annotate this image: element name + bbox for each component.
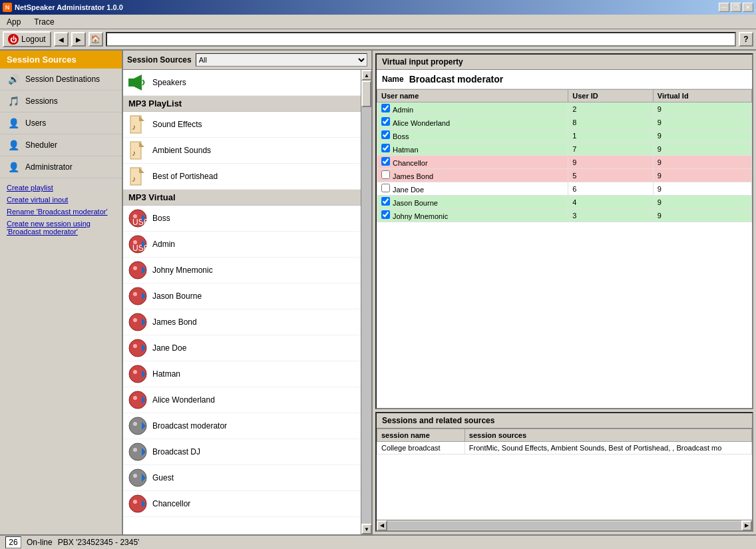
scroll-down-button[interactable]: ▼ xyxy=(361,524,371,534)
vip-col-username: User name xyxy=(377,90,568,102)
sidebar-item-session-destinations[interactable]: 🔊 Session Destinations xyxy=(0,69,122,91)
table-row[interactable]: Hatman79 xyxy=(377,142,752,156)
virtual-james-item[interactable]: James Bond xyxy=(123,309,361,335)
logout-button[interactable]: ⏻ Logout xyxy=(3,31,51,47)
virtual-icon-alice xyxy=(128,391,147,409)
virtual-boss-item[interactable]: USER Boss xyxy=(123,206,361,232)
sidebar-item-sheduler[interactable]: 👤 Sheduler xyxy=(0,134,122,156)
vip-name-row: Name Broadcast moderator xyxy=(377,70,752,89)
virtual-icon-admin: USER xyxy=(128,235,147,254)
user-checkbox-6[interactable] xyxy=(381,184,390,192)
ambient-sounds-label: Ambient Sounds xyxy=(152,146,211,155)
user-checkbox-4[interactable] xyxy=(381,157,390,166)
center-scrollbar[interactable]: ▲ ▼ xyxy=(361,70,371,534)
sidebar-label-users: Users xyxy=(25,118,46,128)
window-controls: — ❐ ✕ xyxy=(719,3,753,12)
filter-select[interactable]: All xyxy=(196,53,367,67)
virtual-jason-item[interactable]: Jason Bourne xyxy=(123,283,361,309)
create-playlist-link[interactable]: Create playlist xyxy=(7,184,115,192)
table-row[interactable]: Boss19 xyxy=(377,129,752,142)
speakers-item[interactable]: Speakers xyxy=(123,70,361,96)
main-layout: Session Sources 🔊 Session Destinations 🎵… xyxy=(0,51,756,534)
table-row[interactable]: Admin29 xyxy=(377,102,752,116)
virtual-icon-boss: USER xyxy=(128,209,147,228)
center-header: Session Sources All xyxy=(123,51,371,70)
svg-marker-1 xyxy=(134,75,142,91)
virtual-icon-james xyxy=(128,313,147,331)
svg-marker-9 xyxy=(139,168,144,173)
virtual-icon-hatman xyxy=(128,365,147,383)
sidebar-item-sessions[interactable]: 🎵 Sessions xyxy=(0,91,122,112)
svg-text:♪: ♪ xyxy=(132,122,136,132)
users-icon: 👤 xyxy=(7,116,20,130)
virtual-admin-item[interactable]: USER Admin xyxy=(123,232,361,258)
sound-effects-item[interactable]: ♪ Sound Effects xyxy=(123,112,361,138)
user-checkbox-1[interactable] xyxy=(381,117,390,126)
virtual-hatman-item[interactable]: Hatman xyxy=(123,361,361,387)
table-row[interactable]: James Bond59 xyxy=(377,169,752,182)
sound-effects-label: Sound Effects xyxy=(152,120,202,129)
table-row[interactable]: Jane Doe69 xyxy=(377,182,752,196)
help-button[interactable]: ? xyxy=(739,32,753,47)
address-input[interactable] xyxy=(106,32,736,47)
svg-marker-6 xyxy=(139,142,144,147)
vip-name-value: Broadcast moderator xyxy=(409,74,504,85)
virtual-broadcast-mod-item[interactable]: Broadcast moderator xyxy=(123,413,361,439)
svg-text:♪: ♪ xyxy=(132,174,136,184)
menu-trace[interactable]: Trace xyxy=(30,16,58,28)
mp3-icon-1: ♪ xyxy=(128,115,147,134)
scroll-up-button[interactable]: ▲ xyxy=(361,70,371,81)
best-of-portishead-item[interactable]: ♪ Best of Portishead xyxy=(123,164,361,190)
sidebar: Session Sources 🔊 Session Destinations 🎵… xyxy=(0,51,123,534)
table-row[interactable]: Chancellor99 xyxy=(377,156,752,169)
ambient-sounds-item[interactable]: ♪ Ambient Sounds xyxy=(123,138,361,164)
status-number: 26 xyxy=(5,536,21,548)
h-scroll-right-button[interactable]: ▶ xyxy=(741,520,752,531)
virtual-guest-item[interactable]: Guest xyxy=(123,465,361,491)
virtual-johny-label: Johny Mnemonic xyxy=(152,266,213,275)
scroll-track xyxy=(361,81,371,524)
user-checkbox-2[interactable] xyxy=(381,130,390,139)
create-virtual-inout-link[interactable]: Create virtual inout xyxy=(7,196,115,204)
table-row[interactable]: Johny Mnemonic39 xyxy=(377,209,752,222)
h-scrollbar[interactable]: ◀ ▶ xyxy=(377,520,752,530)
h-scroll-track xyxy=(387,522,741,530)
menu-app[interactable]: App xyxy=(3,16,25,28)
virtual-hatman-label: Hatman xyxy=(152,369,180,379)
sidebar-item-users[interactable]: 👤 Users xyxy=(0,112,122,134)
h-scroll-left-button[interactable]: ◀ xyxy=(377,520,387,531)
close-button[interactable]: ✕ xyxy=(743,3,753,12)
create-session-broadcast-link[interactable]: Create new session using 'Broadcast mode… xyxy=(7,220,115,236)
vip-table: User name User ID Virtual Id Admin29Alic… xyxy=(377,89,752,222)
virtual-johny-item[interactable]: Johny Mnemonic xyxy=(123,258,361,283)
sessions-col-sources: session sources xyxy=(465,429,751,442)
table-row[interactable]: Jason Bourne49 xyxy=(377,196,752,209)
table-row[interactable]: College broadcastFrontMic, Sound Effects… xyxy=(377,442,752,455)
user-checkbox-5[interactable] xyxy=(381,170,390,179)
minimize-button[interactable]: — xyxy=(719,3,729,12)
virtual-jane-item[interactable]: Jane Doe xyxy=(123,335,361,361)
virtual-icon-johny xyxy=(128,261,147,279)
virtual-chancellor-item[interactable]: Chancellor xyxy=(123,491,361,517)
restore-button[interactable]: ❐ xyxy=(731,3,741,12)
back-button[interactable]: ◀ xyxy=(54,32,69,47)
rename-broadcast-link[interactable]: Rename 'Broadcast moderator' xyxy=(7,208,115,216)
virtual-alice-label: Alice Wonderland xyxy=(152,395,215,405)
user-checkbox-0[interactable] xyxy=(381,104,390,112)
virtual-broadcast-dj-item[interactable]: Broadcast DJ xyxy=(123,439,361,465)
vip-col-virtualid: Virtual Id xyxy=(653,90,751,102)
svg-point-20 xyxy=(133,266,137,270)
svg-text:♪: ♪ xyxy=(132,148,136,158)
user-checkbox-8[interactable] xyxy=(381,210,390,219)
user-checkbox-7[interactable] xyxy=(381,197,390,206)
scroll-thumb[interactable] xyxy=(361,81,371,107)
forward-button[interactable]: ▶ xyxy=(71,32,86,47)
virtual-alice-item[interactable]: Alice Wonderland xyxy=(123,387,361,413)
sessions-header: Sessions and related sources xyxy=(377,413,752,429)
home-button[interactable]: 🏠 xyxy=(89,32,103,47)
table-row[interactable]: Alice Wonderland89 xyxy=(377,116,752,129)
vip-name-label: Name xyxy=(382,75,404,84)
virtual-jason-label: Jason Bourne xyxy=(152,291,202,301)
user-checkbox-3[interactable] xyxy=(381,144,390,152)
sidebar-item-administrator[interactable]: 👤 Administrator xyxy=(0,156,122,178)
